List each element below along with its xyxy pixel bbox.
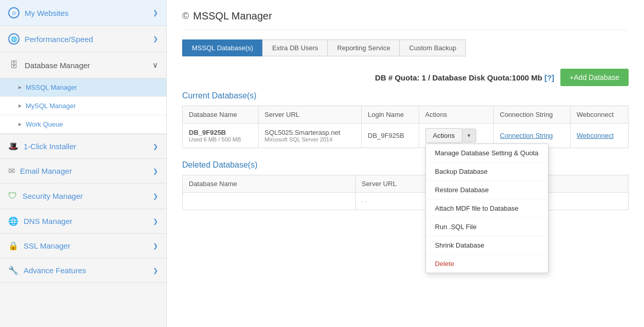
click-installer-icon: 🎩 bbox=[8, 141, 18, 151]
chevron-right-icon-6: ❯ bbox=[153, 218, 158, 225]
sidebar-item-email-manager-label: Email Manager bbox=[20, 167, 72, 175]
login-name-cell: DB_9F925B bbox=[361, 124, 419, 148]
page-title: © MSSQL Manager bbox=[182, 10, 629, 30]
mysql-manager-label: MySQL Manager bbox=[26, 102, 76, 110]
quota-text: DB # Quota: 1 / Database Disk Quota:1000… bbox=[375, 73, 554, 82]
page-title-text: MSSQL Manager bbox=[193, 10, 272, 22]
webconnect-cell: Webconnect bbox=[570, 124, 628, 148]
add-database-button[interactable]: +Add Database bbox=[560, 69, 629, 86]
tab-bar: MSSQL Database(s) Extra DB Users Reporti… bbox=[182, 39, 629, 56]
my-websites-icon: ⊙ bbox=[8, 7, 19, 18]
sidebar-item-one-click-installer[interactable]: 🎩 1-Click Installer ❯ bbox=[0, 134, 166, 159]
tab-reporting-service[interactable]: Reporting Service bbox=[327, 39, 399, 56]
actions-button[interactable]: Actions bbox=[425, 128, 462, 143]
table-row: DB_9F925B Used 6 MB / 500 MB SQL5025.Sma… bbox=[183, 124, 629, 148]
lock-icon: 🔒 bbox=[8, 241, 18, 251]
webconnect-link[interactable]: Webconnect bbox=[577, 132, 614, 139]
dropdown-restore-db[interactable]: Restore Database bbox=[426, 181, 548, 199]
sidebar-item-dns-manager-label: DNS Manager bbox=[24, 217, 72, 226]
sidebar-item-advance-features[interactable]: 🔧 Advance Features ❯ bbox=[0, 258, 166, 283]
quota-help-link[interactable]: [?] bbox=[544, 73, 554, 82]
advance-features-icon: 🔧 bbox=[8, 265, 18, 275]
deleted-table-row: · · bbox=[183, 193, 629, 210]
sidebar-item-dns-manager[interactable]: 🌐 DNS Manager ❯ bbox=[0, 209, 166, 234]
mssql-manager-label: MSSQL Manager bbox=[26, 84, 77, 91]
sidebar-item-email-manager[interactable]: ✉ Email Manager ❯ bbox=[0, 159, 166, 183]
sidebar-item-my-websites[interactable]: ⊙ My Websites ❯ bbox=[0, 0, 166, 26]
server-url-main: SQL5025.Smarterasp.net bbox=[265, 129, 355, 136]
chevron-right-icon-4: ❯ bbox=[153, 168, 158, 175]
col-db-name: Database Name bbox=[183, 106, 259, 124]
db-usage-value: Used 6 MB / 500 MB bbox=[189, 136, 252, 142]
sidebar-item-my-websites-label: My Websites bbox=[25, 9, 69, 17]
database-icon: 🗄 bbox=[8, 59, 19, 71]
current-databases-title: Current Database(s) bbox=[182, 91, 629, 100]
chevron-right-icon-3: ❯ bbox=[153, 143, 158, 150]
dropdown-backup-db[interactable]: Backup Database bbox=[426, 162, 548, 181]
sidebar-item-security-manager[interactable]: 🛡 Security Manager ❯ bbox=[0, 183, 166, 209]
dropdown-shrink-db[interactable]: Shrink Database bbox=[426, 236, 548, 255]
server-url-cell: SQL5025.Smarterasp.net Mircosoft SQL Ser… bbox=[258, 124, 361, 148]
sidebar-item-database-manager-label: Database Manager bbox=[25, 61, 90, 70]
col-webconnect: Webconnect bbox=[570, 106, 628, 124]
connection-string-link[interactable]: Connection String bbox=[500, 132, 553, 139]
sidebar-item-ssl-manager[interactable]: 🔒 SSL Manager ❯ bbox=[0, 234, 166, 258]
shield-icon: 🛡 bbox=[8, 191, 17, 201]
actions-cell: Actions ▾ Manage Database Setting & Quot… bbox=[419, 124, 493, 148]
server-url-sub: Mircosoft SQL Server 2014 bbox=[265, 136, 355, 142]
chevron-right-icon-2: ❯ bbox=[153, 35, 158, 43]
sidebar-item-advance-features-label: Advance Features bbox=[24, 266, 86, 275]
sidebar-item-performance-speed[interactable]: 🌐 Performance/Speed ❯ bbox=[0, 26, 166, 52]
tab-extra-db-users[interactable]: Extra DB Users bbox=[262, 39, 327, 56]
sidebar-item-mysql-manager[interactable]: MySQL Manager bbox=[0, 97, 166, 115]
dropdown-manage-setting[interactable]: Manage Database Setting & Quota bbox=[426, 144, 548, 162]
db-name-cell: DB_9F925B Used 6 MB / 500 MB bbox=[183, 124, 259, 148]
work-queue-label: Work Queue bbox=[26, 120, 63, 128]
sidebar-item-mssql-manager[interactable]: MSSQL Manager bbox=[0, 78, 166, 97]
col-actions: Actions bbox=[419, 106, 493, 124]
performance-icon: 🌐 bbox=[8, 33, 19, 45]
login-name-value: DB_9F925B bbox=[368, 132, 404, 139]
database-manager-subitems: MSSQL Manager MySQL Manager Work Queue bbox=[0, 78, 166, 134]
mssql-title-icon: © bbox=[182, 11, 189, 22]
del-placeholder: · · bbox=[362, 198, 367, 205]
sidebar-section-database-manager: 🗄 Database Manager ∨ MSSQL Manager MySQL… bbox=[0, 52, 166, 134]
db-name-value: DB_9F925B bbox=[189, 129, 252, 136]
chevron-right-icon-7: ❯ bbox=[153, 242, 158, 250]
chevron-down-icon: ∨ bbox=[152, 60, 158, 70]
actions-caret-button[interactable]: ▾ bbox=[462, 129, 476, 142]
dropdown-run-sql[interactable]: Run .SQL File bbox=[426, 218, 548, 236]
sidebar-item-click-installer-label: 1-Click Installer bbox=[24, 142, 76, 151]
deleted-databases-table: Database Name Server URL Login Name · · bbox=[182, 175, 629, 210]
dns-icon: 🌐 bbox=[8, 216, 18, 226]
sidebar-item-performance-label: Performance/Speed bbox=[25, 35, 93, 44]
current-databases-table: Database Name Server URL Login Name Acti… bbox=[182, 106, 629, 148]
col-connection-string: Connection String bbox=[494, 106, 571, 124]
sidebar-item-work-queue[interactable]: Work Queue bbox=[0, 115, 166, 134]
tab-custom-backup[interactable]: Custom Backup bbox=[399, 39, 466, 56]
col-server-url: Server URL bbox=[258, 106, 361, 124]
sidebar-item-ssl-manager-label: SSL Manager bbox=[24, 241, 70, 250]
email-icon: ✉ bbox=[8, 166, 15, 176]
tab-mssql-databases[interactable]: MSSQL Database(s) bbox=[182, 39, 262, 56]
main-content: © MSSQL Manager MSSQL Database(s) Extra … bbox=[167, 0, 644, 327]
del-col-db-name: Database Name bbox=[183, 175, 356, 193]
chevron-right-icon-8: ❯ bbox=[153, 267, 158, 274]
del-db-name-cell bbox=[183, 193, 356, 210]
col-login-name: Login Name bbox=[361, 106, 419, 124]
quota-bar: DB # Quota: 1 / Database Disk Quota:1000… bbox=[182, 69, 629, 86]
chevron-right-icon-5: ❯ bbox=[153, 193, 158, 200]
quota-info: DB # Quota: 1 / Database Disk Quota:1000… bbox=[375, 73, 542, 82]
sidebar-item-database-manager[interactable]: 🗄 Database Manager ∨ bbox=[0, 52, 166, 78]
dropdown-attach-mdf[interactable]: Attach MDF file to Database bbox=[426, 199, 548, 218]
sidebar: ⊙ My Websites ❯ 🌐 Performance/Speed ❯ 🗄 … bbox=[0, 0, 167, 327]
actions-group: Actions ▾ Manage Database Setting & Quot… bbox=[425, 128, 487, 143]
dropdown-delete-db[interactable]: Delete bbox=[426, 255, 548, 273]
deleted-databases-title: Deleted Database(s) bbox=[182, 160, 629, 170]
actions-dropdown-menu: Manage Database Setting & Quota Backup D… bbox=[425, 144, 549, 273]
chevron-right-icon: ❯ bbox=[153, 9, 158, 16]
sidebar-item-security-manager-label: Security Manager bbox=[23, 192, 83, 200]
